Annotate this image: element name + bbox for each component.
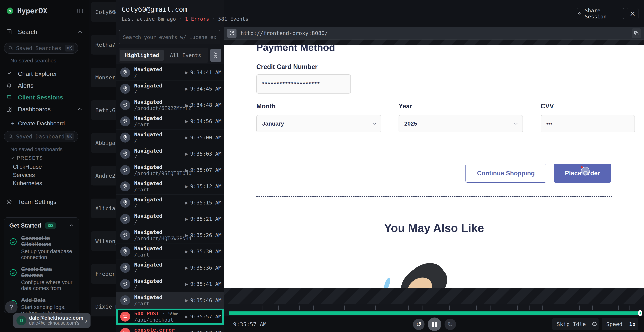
get-started-step[interactable]: Connect to ClickHouseSet up your databas… xyxy=(9,235,74,260)
product-image-fragment xyxy=(383,277,392,288)
event-time[interactable]: ▶9:35:00 AM xyxy=(185,134,222,140)
event-row[interactable]: Navigated/cart▶9:35:12 AM xyxy=(116,178,224,194)
session-card[interactable]: Dixie_M xyxy=(91,297,116,316)
session-card[interactable]: Alicia42 xyxy=(91,198,116,218)
skip-idle-toggle-icon[interactable] xyxy=(590,321,598,327)
event-row[interactable]: Navigated/product/6E92ZMYYFZ▶9:34:48 AM xyxy=(116,97,224,113)
event-row[interactable]: Navigated/cart▶9:35:46 AM xyxy=(116,292,224,308)
event-time[interactable]: ▶9:34:56 AM xyxy=(185,118,222,124)
event-time[interactable]: ▶9:35:41 AM xyxy=(185,281,222,287)
event-time[interactable]: ▶9:35:12 AM xyxy=(185,183,222,190)
replay-mouse-cursor xyxy=(581,167,590,176)
preset-services[interactable]: Services xyxy=(13,172,35,178)
events-search-input[interactable] xyxy=(123,34,216,40)
event-time[interactable]: ▶9:35:03 AM xyxy=(185,151,222,157)
event-time[interactable]: ▶9:35:46 AM xyxy=(185,297,222,304)
event-row[interactable]: Navigated/▶9:35:21 AM xyxy=(116,211,224,227)
event-row[interactable]: Navigated/▶9:35:03 AM xyxy=(116,146,224,162)
get-started-step[interactable]: Add DataStart sending logs, metrics, or … xyxy=(9,297,74,316)
session-card[interactable]: Wilson_H xyxy=(91,231,116,251)
rewind-button[interactable]: ↺ xyxy=(413,318,424,330)
continue-shopping-button[interactable]: Continue Shopping xyxy=(466,164,546,183)
sidebar-item-search[interactable]: Search xyxy=(0,27,88,37)
app-title: HyperDX xyxy=(17,7,48,15)
event-time[interactable]: ▶9:34:48 AM xyxy=(185,102,222,108)
month-select[interactable]: January xyxy=(256,115,381,132)
maximize-replay-button[interactable] xyxy=(227,28,236,38)
logo-row: HyperDX xyxy=(6,7,83,15)
sidebar-item-alerts[interactable]: Alerts xyxy=(0,80,88,90)
get-started-step[interactable]: Create Data SourcesConfigure where your … xyxy=(9,266,74,291)
close-drawer-button[interactable]: × xyxy=(627,8,638,19)
cvv-label: CVV xyxy=(540,102,554,110)
create-dashboard-button[interactable]: + Create Dashboard xyxy=(0,118,88,128)
no-saved-dashboards-text: No saved dashboards xyxy=(10,146,62,152)
sidebar-item-client-sessions[interactable]: Client Sessions xyxy=(0,92,88,102)
event-time[interactable]: ▶9:35:57 AM xyxy=(185,330,222,332)
event-row[interactable]: Navigated/▶9:34:41 AM xyxy=(116,64,224,81)
saved-dashboards-input[interactable] xyxy=(16,134,65,140)
cc-number-input[interactable]: ******************** xyxy=(256,74,351,94)
event-row[interactable]: Navigated/▶9:35:41 AM xyxy=(116,276,224,292)
sidebar-item-label: Team Settings xyxy=(18,198,56,205)
cvv-input[interactable]: ••• xyxy=(540,115,635,132)
event-row[interactable]: Navigated/▶9:35:00 AM xyxy=(116,130,224,146)
sidebar-item-team-settings[interactable]: Team Settings xyxy=(0,197,88,207)
forward-button[interactable]: ↻ xyxy=(444,318,456,330)
event-time[interactable]: ▶9:35:30 AM xyxy=(185,248,222,254)
session-card[interactable]: Frederic xyxy=(91,264,116,284)
event-time[interactable]: ▶9:35:57 AM xyxy=(185,314,222,320)
event-time[interactable]: ▶9:35:36 AM xyxy=(185,265,222,271)
playback-timeline[interactable] xyxy=(224,304,644,316)
event-row[interactable]: Navigated/▶9:35:36 AM xyxy=(116,260,224,276)
presets-toggle[interactable]: PRESETS xyxy=(10,155,43,161)
event-row[interactable]: Navigated/product/HQTGWGPNH4▶9:35:26 AM xyxy=(116,227,224,244)
chevron-up-icon[interactable] xyxy=(69,224,74,227)
collapse-events-button[interactable] xyxy=(210,49,221,62)
event-row[interactable]: Navigated/cart▶9:34:56 AM xyxy=(116,113,224,130)
tab-highlighted[interactable]: Highlighted xyxy=(120,50,164,61)
copy-url-button[interactable] xyxy=(632,28,641,38)
progress-bar[interactable] xyxy=(229,312,641,315)
location-pin-icon xyxy=(120,100,130,110)
session-card[interactable]: Beth.Gol xyxy=(91,100,116,120)
speed-value-button[interactable]: 1x xyxy=(627,321,638,327)
preset-clickhouse[interactable]: ClickHouse xyxy=(13,164,42,170)
event-row[interactable]: Navigated/product/9SIQT8TOJO▶9:35:07 AM xyxy=(116,162,224,178)
event-row[interactable]: Navigated/cart▶9:35:30 AM xyxy=(116,244,224,260)
event-time[interactable]: ▶9:35:15 AM xyxy=(185,200,222,206)
timeline-tick xyxy=(476,306,477,310)
saved-searches-search[interactable]: ⌘K xyxy=(4,42,78,54)
pause-button[interactable] xyxy=(428,318,441,331)
year-select[interactable]: 2025 xyxy=(398,115,523,132)
sidebar-collapse-icon[interactable] xyxy=(78,8,83,13)
saved-searches-input[interactable] xyxy=(16,45,65,51)
event-time[interactable]: ▶9:35:26 AM xyxy=(185,232,222,238)
event-time[interactable]: ▶9:34:41 AM xyxy=(185,70,222,76)
event-row[interactable]: console.errorUnexpected token 'I'…▶9:35:… xyxy=(116,325,224,332)
session-card[interactable]: Abbigail xyxy=(91,133,116,153)
share-session-button[interactable]: Share Session xyxy=(577,8,624,19)
event-row[interactable]: 500 POST · 59ms/api/checkout▶9:35:57 AM xyxy=(116,308,224,325)
sidebar-item-chart-explorer[interactable]: Chart Explorer xyxy=(0,69,88,79)
events-search[interactable] xyxy=(119,30,220,44)
session-card[interactable]: Monserra xyxy=(91,68,116,87)
event-row[interactable]: Navigated/▶9:34:45 AM xyxy=(116,81,224,97)
saved-dashboards-search[interactable]: ⌘K xyxy=(4,131,78,142)
help-button[interactable]: ? xyxy=(5,301,18,314)
expand-arrows-icon xyxy=(229,30,234,36)
playhead-knob[interactable] xyxy=(638,310,642,316)
create-dashboard-label: Create Dashboard xyxy=(18,120,65,127)
event-row[interactable]: Navigated/▶9:35:15 AM xyxy=(116,194,224,211)
session-card[interactable]: Coty60@g xyxy=(91,2,116,22)
event-time[interactable]: ▶9:35:21 AM xyxy=(185,216,222,222)
sidebar-item-dashboards[interactable]: Dashboards xyxy=(0,104,88,114)
session-card[interactable]: Retha77@ xyxy=(91,35,116,54)
event-time[interactable]: ▶9:35:07 AM xyxy=(185,167,222,173)
preset-kubernetes[interactable]: Kubernetes xyxy=(13,180,42,186)
event-title: Navigated xyxy=(134,164,192,170)
tab-all-events[interactable]: All Events xyxy=(164,50,207,61)
user-menu[interactable]: D dale@clickhouse.com dale@clickhouse.co… xyxy=(13,314,90,328)
event-time[interactable]: ▶9:34:45 AM xyxy=(185,86,222,92)
session-card[interactable]: Andre21@ xyxy=(91,166,116,186)
